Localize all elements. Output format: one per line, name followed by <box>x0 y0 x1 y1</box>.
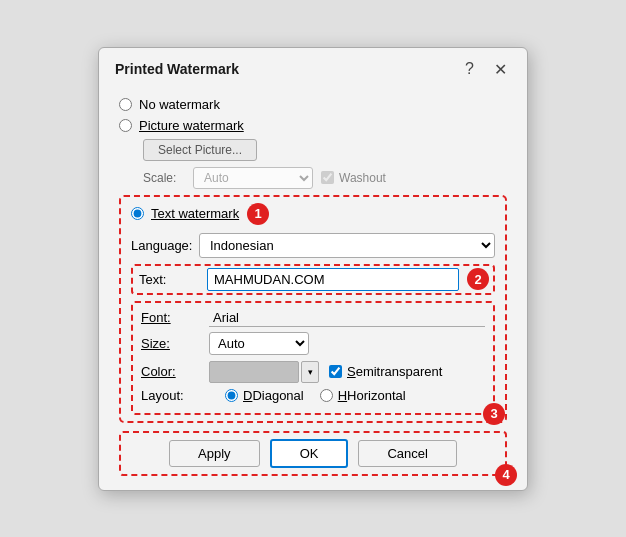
title-bar: Printed Watermark ? ✕ <box>99 48 527 89</box>
horizontal-label: HHorizontal <box>338 388 406 403</box>
text-input-row: Text: 2 <box>131 264 495 295</box>
semitransparent-checkbox[interactable] <box>329 365 342 378</box>
text-watermark-header: Text watermark 1 <box>131 203 495 225</box>
text-label: Text: <box>139 272 207 287</box>
language-row: Language: Indonesian <box>131 233 495 258</box>
language-select[interactable]: Indonesian <box>199 233 495 258</box>
picture-watermark-radio[interactable] <box>119 119 132 132</box>
color-swatch-wrap: ▾ <box>209 361 319 383</box>
watermark-text-input[interactable] <box>207 268 459 291</box>
semitransparent-label: Semitransparent <box>347 364 442 379</box>
diagonal-option: DDiagonal <box>225 388 304 403</box>
washout-label: Washout <box>339 171 386 185</box>
text-watermark-radio[interactable] <box>131 207 144 220</box>
size-row: Size: Auto <box>141 332 485 355</box>
color-row: Color: ▾ Semitransparent <box>141 361 485 383</box>
horizontal-option: HHorizontal <box>320 388 406 403</box>
color-swatch[interactable] <box>209 361 299 383</box>
buttons-section: Apply OK Cancel 4 <box>119 431 507 476</box>
ok-button[interactable]: OK <box>270 439 349 468</box>
picture-watermark-row: Picture watermark <box>119 118 507 133</box>
no-watermark-row: No watermark <box>119 97 507 112</box>
font-label: Font: <box>141 310 209 325</box>
title-actions: ? ✕ <box>459 58 513 81</box>
scale-row: Scale: Auto Washout <box>143 167 507 189</box>
text-watermark-section: Text watermark 1 Language: Indonesian Te… <box>119 195 507 423</box>
language-label: Language: <box>131 238 199 253</box>
washout-checkbox[interactable] <box>321 171 334 184</box>
semitransparent-check: Semitransparent <box>329 364 442 379</box>
badge-3: 3 <box>483 403 505 425</box>
font-row: Font: <box>141 309 485 327</box>
badge-1: 1 <box>247 203 269 225</box>
scale-select[interactable]: Auto <box>193 167 313 189</box>
printed-watermark-dialog: Printed Watermark ? ✕ No watermark Pictu… <box>98 47 528 491</box>
picture-controls: Select Picture... Scale: Auto Washout <box>143 139 507 189</box>
diagonal-label: DDiagonal <box>243 388 304 403</box>
cancel-button[interactable]: Cancel <box>358 440 456 467</box>
apply-button[interactable]: Apply <box>169 440 260 467</box>
scale-label: Scale: <box>143 171 185 185</box>
no-watermark-radio[interactable] <box>119 98 132 111</box>
picture-watermark-label: Picture watermark <box>139 118 244 133</box>
horizontal-radio[interactable] <box>320 389 333 402</box>
dialog-body: No watermark Picture watermark Select Pi… <box>99 89 527 490</box>
badge-4: 4 <box>495 464 517 486</box>
diagonal-radio[interactable] <box>225 389 238 402</box>
badge-2: 2 <box>467 268 489 290</box>
dialog-title: Printed Watermark <box>115 61 239 77</box>
select-picture-button[interactable]: Select Picture... <box>143 139 257 161</box>
text-watermark-label: Text watermark <box>151 206 239 221</box>
inner-settings-box: Font: Size: Auto Color: <box>131 301 495 415</box>
size-select[interactable]: Auto <box>209 332 309 355</box>
layout-row: Layout: DDiagonal HHorizontal <box>141 388 485 403</box>
color-label: Color: <box>141 364 209 379</box>
layout-label: Layout: <box>141 388 209 403</box>
font-input[interactable] <box>209 309 485 327</box>
no-watermark-label: No watermark <box>139 97 220 112</box>
color-dropdown-arrow[interactable]: ▾ <box>301 361 319 383</box>
washout-check: Washout <box>321 171 386 185</box>
size-label: Size: <box>141 336 209 351</box>
help-button[interactable]: ? <box>459 58 480 80</box>
close-button[interactable]: ✕ <box>488 58 513 81</box>
